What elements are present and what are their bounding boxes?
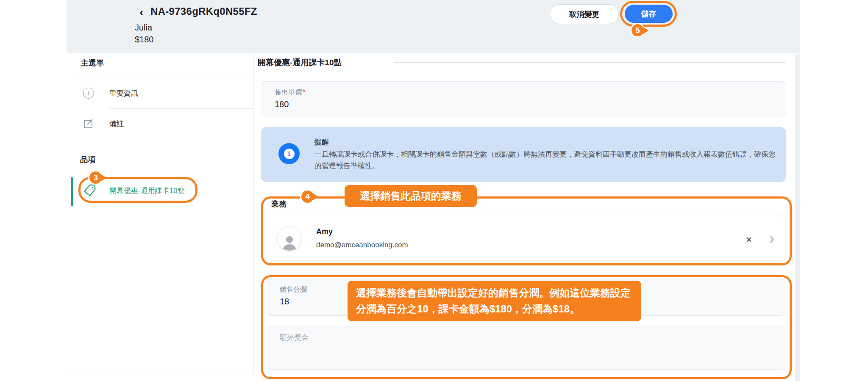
sidebar-main-menu-title: 主選單: [81, 58, 104, 68]
sidebar-item-notes[interactable]: 備註: [71, 108, 254, 139]
header-subtitle: Julia: [135, 23, 152, 33]
annotation-badge-3: 3: [88, 170, 103, 185]
header: ‹ NA-9736gRKq0N55FZ Julia $180 取消變更 儲存: [67, 0, 800, 53]
commission-value: 18: [280, 297, 289, 306]
unit-price-label: 售出單價*: [275, 88, 305, 97]
sidebar-item-important-info[interactable]: i 重要資訊: [71, 78, 254, 108]
salesperson-card[interactable]: Amy demo@omceanbooking.com × ›: [266, 215, 785, 263]
info-icon: i: [83, 88, 94, 99]
remove-salesperson-icon[interactable]: ×: [742, 232, 756, 247]
salesperson-name: Amy: [316, 227, 333, 236]
info-circle-icon: i: [278, 143, 300, 164]
back-icon[interactable]: ‹: [134, 5, 149, 19]
sidebar-item-label: 重要資訊: [109, 78, 138, 108]
section-title-divider: [394, 62, 786, 63]
sidebar: 主選單 i 重要資訊 備註 品項: [71, 54, 253, 375]
bonus-field[interactable]: [266, 326, 785, 370]
annotation-callout-commission: 選擇業務後會自動帶出設定好的銷售分潤。例如這位業務設定分潤為百分之10，課卡金額…: [348, 281, 641, 321]
selected-indicator-bar: [71, 177, 73, 206]
bonus-input[interactable]: [279, 333, 764, 342]
note-icon: [83, 118, 94, 131]
salesperson-section-label: 業務: [271, 199, 287, 209]
unit-price-value: 180: [275, 99, 289, 109]
screen: ‹ NA-9736gRKq0N55FZ Julia $180 取消變更 儲存 5…: [0, 0, 868, 381]
annotation-ring-save: 儲存: [620, 1, 677, 27]
notice-body: 一旦轉讓課卡或合併課卡，相關課卡的銷售金額與堂數（或點數）將無法再變更，避免資料…: [314, 149, 777, 171]
sidebar-items-section-title: 品項: [80, 155, 95, 165]
sidebar-item-label: 備註: [109, 108, 124, 139]
avatar: [277, 226, 302, 251]
annotation-badge-4: 4: [300, 189, 315, 204]
required-asterisk: *: [303, 88, 305, 96]
chevron-right-icon[interactable]: ›: [765, 230, 779, 247]
section-title: 開幕優惠-通用課卡10點: [258, 57, 342, 68]
annotation-badge-5: 5: [630, 23, 645, 38]
unit-price-field[interactable]: 售出單價* 180: [261, 81, 786, 116]
notice-banner: i 提醒 一旦轉讓課卡或合併課卡，相關課卡的銷售金額與堂數（或點數）將無法再變更…: [261, 127, 786, 182]
sidebar-item-label: 開幕優惠-通用課卡10點: [109, 175, 185, 206]
header-price: $180: [135, 35, 154, 44]
notice-title: 提醒: [314, 137, 329, 147]
annotation-label-4: 選擇銷售此品項的業務: [345, 185, 477, 207]
cancel-changes-button[interactable]: 取消變更: [550, 4, 619, 24]
scrollbar-track[interactable]: [796, 54, 800, 381]
salesperson-email: demo@omceanbooking.com: [316, 241, 408, 249]
page-title: NA-9736gRKq0N55FZ: [150, 6, 257, 17]
tag-icon: [83, 183, 97, 199]
commission-label: 銷售分潤: [280, 285, 307, 294]
divider: [109, 139, 254, 139]
save-button[interactable]: 儲存: [625, 5, 673, 23]
